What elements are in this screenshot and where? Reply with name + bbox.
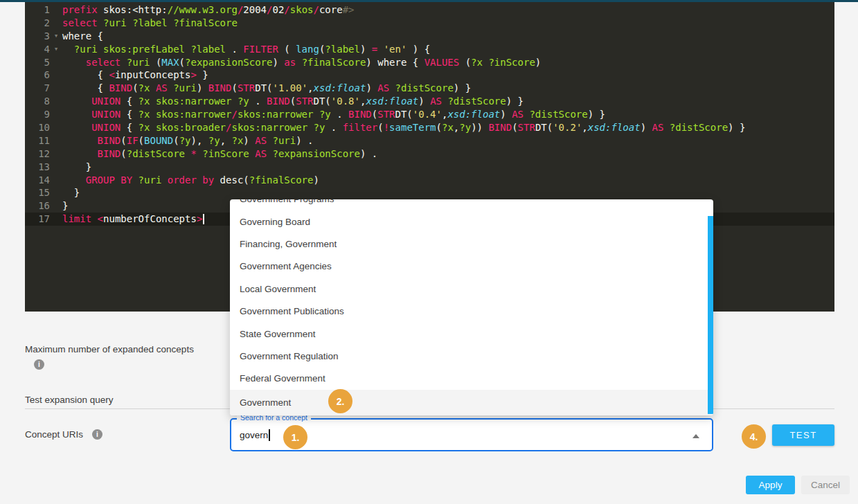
code-line: 9 UNION { ?x skos:narrower/skos:narrower… [25,108,834,121]
line-number: 16 [25,199,50,213]
test-expansion-query-label: Test expansion query [25,395,114,405]
fold-gutter [50,121,62,134]
editor-text-cursor [203,214,204,224]
dropdown-item[interactable]: Federal Government [230,368,713,390]
code-line: 11 BIND(IF(BOUND(?y), ?y, ?x) AS ?uri) . [25,134,834,147]
code-text: ?uri skos:prefLabel ?label . FILTER ( la… [62,43,834,56]
fold-gutter [50,17,62,30]
line-number: 6 [25,69,50,82]
line-number: 13 [25,161,50,174]
fold-gutter [50,134,62,147]
info-icon[interactable]: i [34,359,44,370]
code-text: } [62,161,834,174]
step-badge-2: 2. [328,389,352,413]
code-text: select ?uri (MAX(?expansionScore) as ?fi… [62,56,834,69]
code-text: { BIND(?x AS ?uri) BIND(STRDT('1.00',xsd… [62,82,834,95]
code-line: 10 UNION { ?x skos:broader/skos:narrower… [25,121,834,134]
line-number: 3 [25,30,50,43]
dropdown-item[interactable]: Financing, Government [230,233,713,255]
fold-gutter [50,147,62,161]
fold-gutter [50,186,62,199]
line-number: 12 [25,147,50,161]
fold-toggle-icon[interactable]: ▾ [50,43,62,56]
code-text: BIND(?distScore * ?inScore AS ?expansion… [62,147,834,161]
code-text: GROUP BY ?uri order by desc(?finalScore) [62,174,834,187]
code-text: where { [62,30,834,43]
code-text: UNION { ?x skos:broader/skos:narrower ?y… [62,121,834,134]
dropdown-item[interactable]: Government [230,390,713,415]
fold-gutter [50,56,62,69]
line-number: 4 [25,43,50,56]
dropdown-item[interactable]: Local Government [230,278,713,300]
dropdown-item[interactable]: Governing Board [230,210,713,233]
code-rows-container: 1prefix skos:<http://www.w3.org/2004/02/… [25,3,834,226]
fold-gutter [50,95,62,108]
fold-gutter [50,199,62,213]
info-icon[interactable]: i [92,429,102,440]
fold-gutter [50,161,62,174]
dropdown-item[interactable]: State Government [230,323,713,345]
dropdown-item[interactable]: Government Agencies [230,255,713,278]
code-line: 1prefix skos:<http://www.w3.org/2004/02/… [25,3,834,17]
line-number: 15 [25,186,50,199]
fold-gutter [50,3,62,17]
code-text: { <inputConcepts> } [62,69,834,82]
code-line: 6 { <inputConcepts> } [25,69,834,82]
dropdown-item[interactable]: Government Publications [230,300,713,322]
line-number: 17 [25,213,50,226]
line-number: 11 [25,134,50,147]
fold-gutter [50,108,62,121]
code-text: UNION { ?x skos:narrower ?y . BIND(STRDT… [62,95,834,108]
code-line: 4▾ ?uri skos:prefLabel ?label . FILTER (… [25,43,834,56]
code-line: 13 } [25,161,834,174]
line-number: 8 [25,95,50,108]
line-number: 9 [25,108,50,121]
fold-gutter [50,69,62,82]
code-text: BIND(IF(BOUND(?y), ?y, ?x) AS ?uri) . [62,134,834,147]
dropdown-scrollbar[interactable] [708,216,713,414]
line-number: 5 [25,56,50,69]
code-line: 3▾where { [25,30,834,43]
max-expanded-concepts-label: Maximum number of expanded concepts [25,344,194,354]
code-line: 15 } [25,186,834,199]
apply-button[interactable]: Apply [746,476,795,494]
code-line: 14 GROUP BY ?uri order by desc(?finalSco… [25,174,834,187]
fold-gutter [50,82,62,95]
dropdown-items-container: Government ProgramsGoverning BoardFinanc… [230,199,713,415]
code-line: 7 { BIND(?x AS ?uri) BIND(STRDT('1.00',x… [25,82,834,95]
fold-toggle-icon[interactable]: ▾ [50,30,62,43]
code-text: select ?uri ?label ?finalScore [62,17,834,30]
dropdown-item[interactable]: Government Regulation [230,345,713,367]
fold-gutter [50,213,62,226]
step-badge-4: 4. [742,424,766,449]
text-cursor [269,429,270,441]
test-button[interactable]: TEST [772,424,834,446]
line-number: 1 [25,3,50,17]
chevron-up-icon[interactable] [692,434,699,438]
code-line: 2select ?uri ?label ?finalScore [25,17,834,30]
code-text: UNION { ?x skos:narrower/skos:narrower ?… [62,108,834,121]
query-expansion-config-page: 1prefix skos:<http://www.w3.org/2004/02/… [0,0,858,504]
cancel-button[interactable]: Cancel [801,476,850,494]
line-number: 2 [25,17,50,30]
fold-gutter [50,174,62,187]
code-line: 5 select ?uri (MAX(?expansionScore) as ?… [25,56,834,69]
code-line: 8 UNION { ?x skos:narrower ?y . BIND(STR… [25,95,834,108]
line-number: 14 [25,174,50,187]
line-number: 7 [25,82,50,95]
concept-suggestions-dropdown: Government ProgramsGoverning BoardFinanc… [230,199,713,415]
line-number: 10 [25,121,50,134]
concept-search-input-value[interactable]: govern [240,430,268,440]
step-badge-1: 1. [283,425,307,449]
code-text: prefix skos:<http://www.w3.org/2004/02/s… [62,3,834,17]
code-line: 12 BIND(?distScore * ?inScore AS ?expans… [25,147,834,161]
code-text: } [62,186,834,199]
dropdown-item[interactable]: Government Programs [230,199,713,210]
concept-uris-label: Concept URIs [25,429,83,440]
